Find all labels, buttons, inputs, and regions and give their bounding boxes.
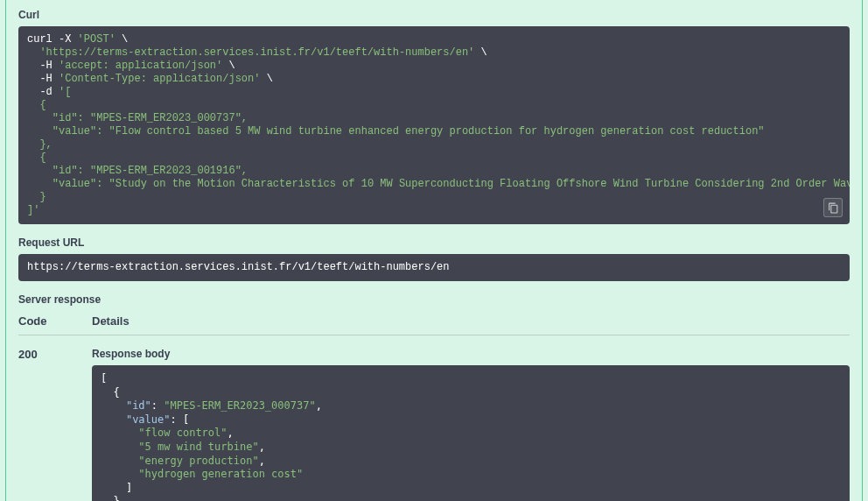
details-column-header: Details <box>92 314 130 328</box>
curl-heading: Curl <box>18 9 850 21</box>
copy-icon[interactable] <box>823 198 843 217</box>
response-body-block[interactable]: [ { "id": "MPES-ERM_ER2023_000737", "val… <box>92 365 850 501</box>
request-url-block[interactable]: https://terms-extraction.services.inist.… <box>18 254 850 281</box>
server-response-heading: Server response <box>18 293 850 306</box>
request-url-heading: Request URL <box>18 236 850 249</box>
code-column-header: Code <box>18 314 92 328</box>
status-code: 200 <box>18 348 92 501</box>
response-table-header: Code Details <box>18 314 850 335</box>
response-body-label: Response body <box>92 348 850 360</box>
response-row: 200 Response body [ { "id": "MPES-ERM_ER… <box>18 348 850 501</box>
curl-code-block[interactable]: curl -X 'POST' \ 'https://terms-extracti… <box>18 26 850 224</box>
